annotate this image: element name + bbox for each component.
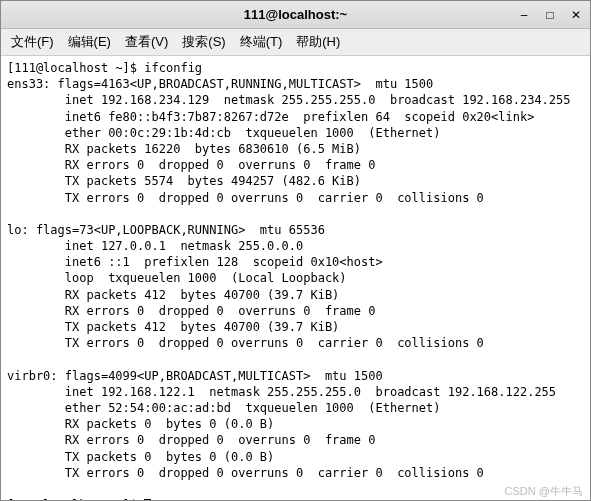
virbr0-line: RX packets 0 bytes 0 (0.0 B) (7, 417, 274, 431)
lo-line: TX packets 412 bytes 40700 (39.7 KiB) (7, 320, 339, 334)
ens33-line: ether 00:0c:29:1b:4d:cb txqueuelen 1000 … (7, 126, 440, 140)
lo-line: loop txqueuelen 1000 (Local Loopback) (7, 271, 347, 285)
virbr0-line: virbr0: flags=4099<UP,BROADCAST,MULTICAS… (7, 369, 383, 383)
minimize-button[interactable]: – (516, 7, 532, 23)
lo-line: RX packets 412 bytes 40700 (39.7 KiB) (7, 288, 339, 302)
ens33-line: inet 192.168.234.129 netmask 255.255.255… (7, 93, 571, 107)
window-title: 111@localhost:~ (244, 7, 347, 22)
ens33-line: ens33: flags=4163<UP,BROADCAST,RUNNING,M… (7, 77, 433, 91)
menu-terminal[interactable]: 终端(T) (240, 33, 283, 51)
lo-line: inet6 ::1 prefixlen 128 scopeid 0x10<hos… (7, 255, 383, 269)
menu-view[interactable]: 查看(V) (125, 33, 168, 51)
virbr0-line: ether 52:54:00:ac:ad:bd txqueuelen 1000 … (7, 401, 440, 415)
lo-line: inet 127.0.0.1 netmask 255.0.0.0 (7, 239, 303, 253)
menubar: 文件(F) 编辑(E) 查看(V) 搜索(S) 终端(T) 帮助(H) (1, 29, 590, 56)
ens33-line: TX packets 5574 bytes 494257 (482.6 KiB) (7, 174, 361, 188)
lo-line: TX errors 0 dropped 0 overruns 0 carrier… (7, 336, 484, 350)
command-1: ifconfig (144, 61, 202, 75)
terminal-output[interactable]: [111@localhost ~]$ ifconfig ens33: flags… (1, 56, 590, 500)
close-button[interactable]: ✕ (568, 7, 584, 23)
ens33-line: inet6 fe80::b4f3:7b87:8267:d72e prefixle… (7, 110, 534, 124)
lo-line: RX errors 0 dropped 0 overruns 0 frame 0 (7, 304, 375, 318)
menu-edit[interactable]: 编辑(E) (68, 33, 111, 51)
virbr0-line: TX packets 0 bytes 0 (0.0 B) (7, 450, 274, 464)
titlebar[interactable]: 111@localhost:~ – □ ✕ (1, 1, 590, 29)
cursor (144, 499, 151, 500)
watermark: CSDN @牛牛马 (505, 484, 583, 499)
menu-search[interactable]: 搜索(S) (182, 33, 225, 51)
lo-line: lo: flags=73<UP,LOOPBACK,RUNNING> mtu 65… (7, 223, 325, 237)
prompt-2: [111@localhost ~]$ (7, 498, 144, 500)
virbr0-line: inet 192.168.122.1 netmask 255.255.255.0… (7, 385, 556, 399)
terminal-window: 111@localhost:~ – □ ✕ 文件(F) 编辑(E) 查看(V) … (0, 0, 591, 501)
ens33-line: RX errors 0 dropped 0 overruns 0 frame 0 (7, 158, 375, 172)
maximize-button[interactable]: □ (542, 7, 558, 23)
menu-help[interactable]: 帮助(H) (296, 33, 340, 51)
virbr0-line: TX errors 0 dropped 0 overruns 0 carrier… (7, 466, 484, 480)
menu-file[interactable]: 文件(F) (11, 33, 54, 51)
ens33-line: RX packets 16220 bytes 6830610 (6.5 MiB) (7, 142, 361, 156)
virbr0-line: RX errors 0 dropped 0 overruns 0 frame 0 (7, 433, 375, 447)
window-buttons: – □ ✕ (516, 7, 584, 23)
ens33-line: TX errors 0 dropped 0 overruns 0 carrier… (7, 191, 484, 205)
prompt-1: [111@localhost ~]$ (7, 61, 144, 75)
